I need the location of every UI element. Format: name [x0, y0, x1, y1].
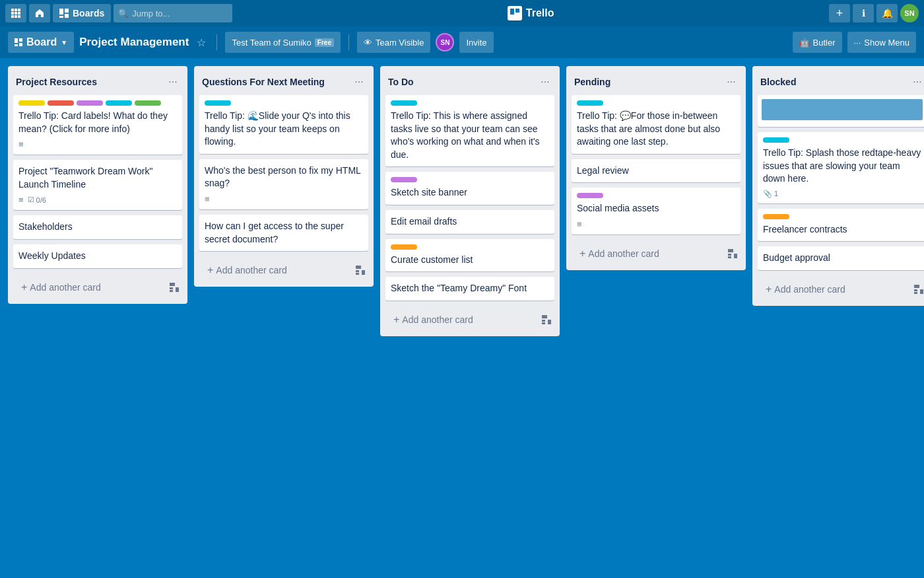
card-card-3[interactable]: Stakeholders — [13, 215, 182, 239]
add-card-button-blocked[interactable]: +Add another card — [758, 278, 911, 301]
template-button-project-resources[interactable] — [166, 279, 182, 295]
svg-rect-10 — [65, 9, 69, 13]
card-card-15[interactable]: Social media assets≡ — [572, 188, 741, 235]
card-text-card-10: Edit email drafts — [391, 215, 549, 229]
card-card-1[interactable]: Trello Tip: Card labels! What do they me… — [13, 95, 182, 155]
svg-rect-29 — [542, 322, 545, 324]
column-header-to-do: To Do··· — [380, 66, 560, 95]
notifications-button[interactable]: 🔔 — [876, 4, 898, 22]
template-button-questions-for-next-meeting[interactable] — [352, 262, 368, 278]
home-icon-button[interactable] — [29, 4, 50, 22]
team-button[interactable]: Test Team of Sumiko Free — [225, 32, 341, 53]
card-card-17[interactable]: Trello Tip: Splash those redtape-heavy i… — [758, 132, 924, 203]
column-title-to-do: To Do — [388, 77, 536, 87]
card-text-card-2: Project "Teamwork Dream Work" Launch Tim… — [18, 165, 177, 191]
invite-label: Invite — [466, 38, 486, 48]
svg-rect-34 — [734, 254, 737, 258]
column-cards-questions-for-next-meeting: Trello Tip: 🌊Slide your Q's into this ha… — [194, 95, 374, 256]
column-menu-button-project-resources[interactable]: ··· — [164, 73, 182, 91]
info-button[interactable]: ℹ — [853, 4, 874, 22]
card-card-14[interactable]: Legal review — [572, 159, 741, 183]
card-card-10[interactable]: Edit email drafts — [385, 210, 554, 234]
column-title-pending: Pending — [574, 77, 722, 87]
board-title: Project Management — [79, 36, 189, 49]
add-card-button-to-do[interactable]: +Add another card — [385, 308, 539, 331]
template-button-pending[interactable] — [725, 246, 741, 262]
svg-rect-37 — [914, 292, 917, 294]
column-header-blocked: Blocked··· — [752, 66, 924, 95]
template-button-to-do[interactable] — [539, 312, 554, 328]
svg-rect-16 — [19, 38, 22, 42]
card-text-card-5: Trello Tip: 🌊Slide your Q's into this ha… — [205, 110, 363, 149]
add-card-button-project-resources[interactable]: +Add another card — [13, 276, 166, 299]
card-labels-card-1 — [18, 100, 177, 106]
board-menu-button[interactable]: Board ▼ — [8, 32, 74, 53]
column-menu-button-pending[interactable]: ··· — [722, 73, 741, 91]
card-labels-card-9 — [391, 177, 549, 182]
card-card-4[interactable]: Weekly Updates — [13, 244, 182, 268]
board-label: Board — [26, 36, 57, 48]
template-button-blocked[interactable] — [911, 281, 924, 297]
card-card-9[interactable]: Sketch site banner — [385, 172, 554, 205]
column-title-project-resources: Project Resources — [16, 77, 164, 87]
card-card-2[interactable]: Project "Teamwork Dream Work" Launch Tim… — [13, 160, 182, 210]
svg-rect-20 — [170, 287, 173, 289]
butler-button[interactable]: 🤖 Butler — [793, 32, 842, 53]
column-title-blocked: Blocked — [760, 77, 908, 87]
visibility-button[interactable]: 👁 Team Visible — [357, 32, 430, 53]
add-button[interactable]: + — [829, 4, 850, 22]
svg-rect-12 — [59, 16, 63, 18]
column-menu-button-blocked[interactable]: ··· — [908, 73, 924, 91]
card-card-13[interactable]: Trello Tip: 💬For those in-between tasks … — [572, 95, 741, 154]
invite-button[interactable]: Invite — [459, 32, 493, 53]
svg-rect-25 — [356, 273, 359, 275]
add-card-row-to-do: +Add another card — [380, 306, 560, 336]
column-header-questions-for-next-meeting: Questions For Next Meeting··· — [194, 66, 374, 95]
card-text-card-13: Trello Tip: 💬For those in-between tasks … — [577, 110, 735, 149]
card-text-card-18: Freelancer contracts — [763, 223, 921, 236]
card-text-card-15: Social media assets — [577, 202, 735, 215]
board-header: Board ▼ Project Management ☆ Test Team o… — [0, 26, 924, 58]
svg-rect-11 — [65, 14, 69, 18]
svg-rect-8 — [18, 15, 20, 18]
card-labels-card-8 — [391, 100, 549, 106]
card-card-11[interactable]: Curate customer list — [385, 239, 554, 272]
column-menu-button-to-do[interactable]: ··· — [536, 73, 554, 91]
card-card-18[interactable]: Freelancer contracts — [758, 209, 924, 242]
column-cards-pending: Trello Tip: 💬For those in-between tasks … — [566, 95, 746, 240]
card-footer-card-1: ≡ — [18, 139, 177, 149]
svg-rect-5 — [18, 12, 20, 15]
show-menu-button[interactable]: ··· Show Menu — [847, 32, 917, 53]
card-card-12[interactable]: Sketch the "Teamy Dreamy" Font — [385, 277, 554, 301]
butler-icon: 🤖 — [799, 38, 810, 48]
add-card-button-questions-for-next-meeting[interactable]: +Add another card — [199, 259, 352, 281]
board-divider-2 — [348, 34, 349, 50]
checklist-badge: ☑0/6 — [28, 196, 46, 204]
card-card-19[interactable]: Budget approval — [758, 246, 924, 270]
card-card-6[interactable]: Who's the best person to fix my HTML sna… — [199, 159, 368, 209]
svg-rect-32 — [728, 254, 731, 256]
column-questions-for-next-meeting: Questions For Next Meeting···Trello Tip:… — [194, 66, 374, 287]
svg-rect-6 — [11, 15, 14, 18]
boards-label: Boards — [73, 8, 104, 18]
star-button[interactable]: ☆ — [194, 34, 209, 52]
svg-rect-24 — [356, 270, 359, 272]
board-divider — [216, 34, 217, 50]
show-menu-dots: ··· — [854, 38, 861, 48]
card-card-5[interactable]: Trello Tip: 🌊Slide your Q's into this ha… — [199, 95, 368, 154]
search-input[interactable] — [114, 4, 232, 22]
column-cards-project-resources: Trello Tip: Card labels! What do they me… — [8, 95, 187, 273]
member-avatar[interactable]: SN — [436, 33, 454, 52]
svg-rect-33 — [728, 256, 731, 258]
user-avatar[interactable]: SN — [900, 4, 919, 22]
card-card-7[interactable]: How can I get access to the super secret… — [199, 215, 368, 251]
svg-rect-31 — [728, 249, 733, 252]
desc-badge: ≡ — [18, 139, 24, 149]
add-card-button-pending[interactable]: +Add another card — [572, 242, 725, 265]
card-card-8[interactable]: Trello Tip: This is where assigned tasks… — [385, 95, 554, 166]
card-card-16[interactable] — [758, 95, 924, 127]
grid-icon-button[interactable] — [5, 4, 26, 22]
column-menu-button-questions-for-next-meeting[interactable]: ··· — [350, 73, 368, 91]
boards-button[interactable]: Boards — [53, 4, 111, 22]
card-text-card-11: Curate customer list — [391, 254, 549, 267]
